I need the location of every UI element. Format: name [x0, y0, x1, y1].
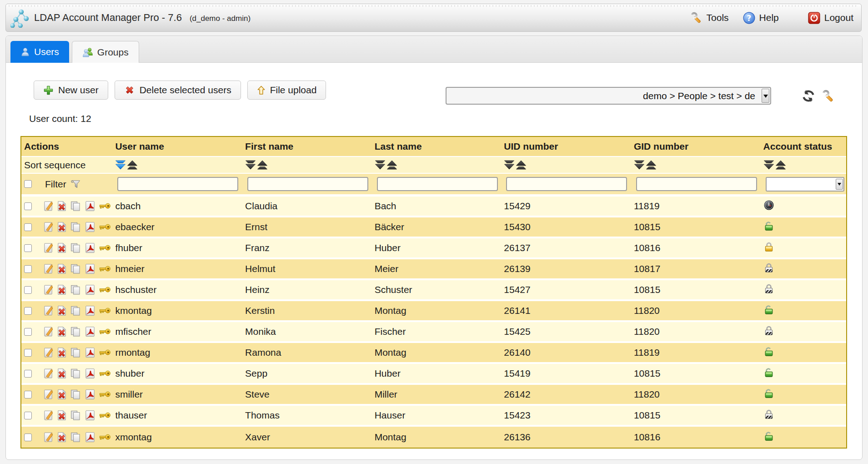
- pdf-icon[interactable]: [85, 348, 95, 358]
- user-name-link[interactable]: mfischer: [115, 326, 151, 337]
- edit-icon[interactable]: [44, 222, 54, 232]
- sort-asc-icon[interactable]: [516, 160, 527, 170]
- password-key-icon[interactable]: [99, 243, 110, 253]
- refresh-button[interactable]: [801, 89, 816, 103]
- copy-icon[interactable]: [70, 306, 80, 316]
- copy-icon[interactable]: [70, 327, 80, 337]
- delete-icon[interactable]: [57, 327, 67, 337]
- sort-asc-icon[interactable]: [775, 160, 786, 170]
- sort-desc-active-icon[interactable]: [115, 160, 126, 170]
- filter-input-user-name[interactable]: [117, 177, 238, 191]
- delete-icon[interactable]: [57, 348, 67, 358]
- sort-desc-icon[interactable]: [763, 160, 774, 170]
- tree-suffix-select[interactable]: demo > People > test > de: [446, 87, 771, 105]
- delete-icon[interactable]: [57, 368, 67, 378]
- edit-icon[interactable]: [44, 243, 54, 253]
- copy-icon[interactable]: [70, 264, 80, 274]
- password-key-icon[interactable]: [99, 222, 110, 232]
- user-name-link[interactable]: kmontag: [115, 305, 152, 316]
- copy-icon[interactable]: [70, 368, 80, 378]
- column-header-gid-number[interactable]: GID number: [631, 137, 761, 157]
- edit-icon[interactable]: [44, 285, 54, 295]
- sort-desc-icon[interactable]: [504, 160, 515, 170]
- filter-input-uid-number[interactable]: [506, 177, 627, 191]
- sort-desc-icon[interactable]: [245, 160, 256, 170]
- row-checkbox[interactable]: [24, 244, 32, 252]
- sort-desc-icon[interactable]: [375, 160, 386, 170]
- help-link[interactable]: Help: [743, 12, 779, 24]
- logout-link[interactable]: Logout: [808, 12, 853, 24]
- sort-asc-icon[interactable]: [646, 160, 657, 170]
- user-name-link[interactable]: thauser: [115, 410, 147, 420]
- copy-icon[interactable]: [70, 222, 80, 232]
- edit-icon[interactable]: [44, 389, 54, 399]
- sort-asc-icon[interactable]: [127, 160, 138, 170]
- password-key-icon[interactable]: [99, 306, 110, 316]
- sort-asc-icon[interactable]: [386, 160, 397, 170]
- row-checkbox[interactable]: [24, 265, 32, 273]
- edit-icon[interactable]: [44, 306, 54, 316]
- password-key-icon[interactable]: [99, 389, 110, 399]
- tools-link[interactable]: Tools: [691, 12, 729, 24]
- copy-icon[interactable]: [70, 432, 80, 442]
- row-checkbox[interactable]: [24, 349, 32, 357]
- edit-icon[interactable]: [44, 201, 54, 211]
- copy-icon[interactable]: [70, 389, 80, 399]
- row-checkbox[interactable]: [24, 434, 32, 441]
- filter-input-last-name[interactable]: [377, 177, 498, 191]
- copy-icon[interactable]: [70, 201, 80, 211]
- pdf-icon[interactable]: [85, 306, 95, 316]
- column-header-account-status[interactable]: Account status: [761, 137, 846, 157]
- file-upload-button[interactable]: File upload: [247, 81, 326, 100]
- delete-icon[interactable]: [57, 222, 67, 232]
- column-header-last-name[interactable]: Last name: [372, 137, 502, 157]
- pdf-icon[interactable]: [85, 389, 95, 399]
- column-header-first-name[interactable]: First name: [242, 137, 372, 157]
- user-name-link[interactable]: smiller: [115, 389, 143, 399]
- user-name-link[interactable]: hschuster: [115, 284, 156, 295]
- sort-desc-icon[interactable]: [634, 160, 645, 170]
- copy-icon[interactable]: [70, 410, 80, 420]
- delete-icon[interactable]: [57, 201, 67, 211]
- row-checkbox[interactable]: [24, 286, 32, 294]
- filter-input-first-name[interactable]: [247, 177, 368, 191]
- delete-icon[interactable]: [57, 432, 67, 442]
- password-key-icon[interactable]: [99, 348, 110, 358]
- funnel-icon[interactable]: [70, 179, 81, 190]
- user-name-link[interactable]: shuber: [115, 368, 144, 378]
- select-all-checkbox[interactable]: [24, 180, 32, 188]
- user-name-link[interactable]: ebaecker: [115, 222, 154, 232]
- filter-input-gid-number[interactable]: [636, 177, 757, 191]
- copy-icon[interactable]: [70, 243, 80, 253]
- delete-icon[interactable]: [57, 389, 67, 399]
- edit-icon[interactable]: [44, 327, 54, 337]
- row-checkbox[interactable]: [24, 412, 32, 419]
- user-name-link[interactable]: fhuber: [115, 242, 142, 253]
- pdf-icon[interactable]: [85, 410, 95, 420]
- row-checkbox[interactable]: [24, 370, 32, 378]
- tab-users[interactable]: Users: [10, 41, 69, 63]
- column-header-actions[interactable]: Actions: [21, 137, 112, 157]
- pdf-icon[interactable]: [85, 327, 95, 337]
- column-header-user-name[interactable]: User name: [112, 137, 242, 157]
- row-checkbox[interactable]: [24, 223, 32, 231]
- row-checkbox[interactable]: [24, 202, 32, 210]
- password-key-icon[interactable]: [99, 201, 110, 211]
- password-key-icon[interactable]: [99, 410, 110, 420]
- password-key-icon[interactable]: [99, 285, 110, 295]
- row-checkbox[interactable]: [24, 328, 32, 336]
- new-user-button[interactable]: New user: [34, 81, 108, 100]
- pdf-icon[interactable]: [85, 264, 95, 274]
- edit-icon[interactable]: [44, 368, 54, 378]
- user-name-link[interactable]: xmontag: [115, 432, 152, 442]
- pdf-icon[interactable]: [85, 201, 95, 211]
- user-name-link[interactable]: hmeier: [115, 263, 144, 274]
- delete-icon[interactable]: [57, 285, 67, 295]
- pdf-icon[interactable]: [85, 285, 95, 295]
- password-key-icon[interactable]: [99, 264, 110, 274]
- password-key-icon[interactable]: [99, 368, 110, 378]
- tab-groups[interactable]: Groups: [72, 41, 139, 63]
- delete-icon[interactable]: [57, 410, 67, 420]
- delete-icon[interactable]: [57, 264, 67, 274]
- pdf-icon[interactable]: [85, 222, 95, 232]
